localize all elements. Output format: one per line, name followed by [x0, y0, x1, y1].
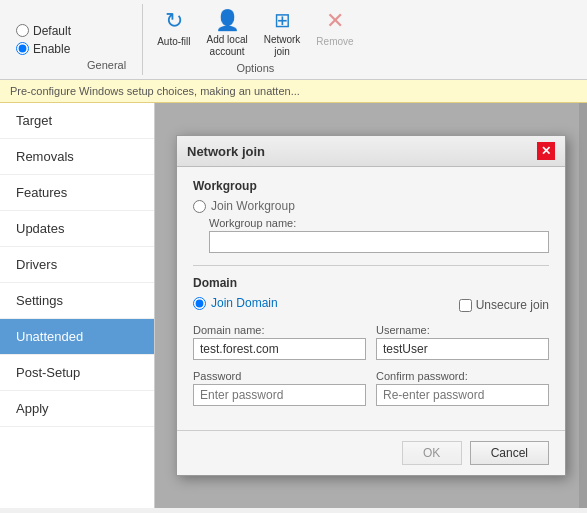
workgroup-name-section: Workgroup name:	[193, 217, 549, 253]
modal-titlebar: Network join ✕	[177, 136, 565, 167]
radio-default-input[interactable]	[16, 24, 29, 37]
username-label: Username:	[376, 324, 549, 336]
join-domain-label: Join Domain	[211, 296, 278, 310]
workgroup-section: Workgroup Join Workgroup Workgroup name:	[193, 179, 549, 253]
unsecure-join-label: Unsecure join	[476, 298, 549, 312]
domain-header-row: Domain	[193, 276, 549, 296]
unsecure-join-checkbox-option[interactable]: Unsecure join	[459, 298, 549, 312]
general-section: Default Enable General	[0, 4, 143, 75]
dialog-close-button[interactable]: ✕	[537, 142, 555, 160]
options-label: Options	[151, 62, 359, 77]
workgroup-section-header: Workgroup	[193, 179, 549, 193]
confirm-password-input[interactable]	[376, 384, 549, 406]
sidebar-item-apply[interactable]: Apply	[0, 391, 154, 427]
sidebar-item-settings[interactable]: Settings	[0, 283, 154, 319]
radio-default[interactable]: Default	[16, 24, 71, 38]
notification-bar: Pre-configure Windows setup choices, mak…	[0, 80, 587, 103]
radio-default-label: Default	[33, 24, 71, 38]
dialog-body: Workgroup Join Workgroup Workgroup name:	[177, 167, 565, 430]
dialog-title: Network join	[187, 144, 265, 159]
username-input[interactable]	[376, 338, 549, 360]
workgroup-name-input[interactable]	[209, 231, 549, 253]
radio-enable-input[interactable]	[16, 42, 29, 55]
password-col: Password	[193, 366, 366, 406]
domain-name-label: Domain name:	[193, 324, 366, 336]
join-workgroup-radio-input[interactable]	[193, 200, 206, 213]
radio-enable[interactable]: Enable	[16, 42, 71, 56]
workgroup-name-label: Workgroup name:	[209, 217, 549, 229]
network-join-button[interactable]: ⊞ Network join	[258, 4, 307, 62]
sidebar-item-removals[interactable]: Removals	[0, 139, 154, 175]
network-join-label: Network join	[264, 34, 301, 58]
sidebar: Target Removals Features Updates Drivers…	[0, 103, 155, 508]
password-label: Password	[193, 370, 366, 382]
ok-button[interactable]: OK	[402, 441, 462, 465]
content-area: Network join ✕ Workgroup Join Workgroup …	[155, 103, 587, 508]
section-divider	[193, 265, 549, 266]
main-layout: Target Removals Features Updates Drivers…	[0, 103, 587, 508]
sidebar-item-updates[interactable]: Updates	[0, 211, 154, 247]
unsecure-join-checkbox[interactable]	[459, 299, 472, 312]
sidebar-item-target[interactable]: Target	[0, 103, 154, 139]
domain-section-header: Domain	[193, 276, 237, 290]
options-section: ↻ Auto-fill 👤 Add local account ⊞ Networ…	[143, 4, 367, 75]
dialog-footer: OK Cancel	[177, 430, 565, 475]
domain-name-input[interactable]	[193, 338, 366, 360]
join-workgroup-label: Join Workgroup	[211, 199, 295, 213]
join-workgroup-radio[interactable]: Join Workgroup	[193, 199, 549, 213]
confirm-password-col: Confirm password:	[376, 366, 549, 406]
join-domain-radio[interactable]: Join Domain	[193, 296, 278, 310]
general-label: General	[79, 59, 134, 75]
toolbar: Default Enable General ↻ Auto-fill 👤 Add…	[0, 0, 587, 80]
confirm-password-label: Confirm password:	[376, 370, 549, 382]
network-join-dialog: Network join ✕ Workgroup Join Workgroup …	[176, 135, 566, 476]
local-account-label: Add local account	[207, 34, 248, 58]
password-input[interactable]	[193, 384, 366, 406]
options-buttons: ↻ Auto-fill 👤 Add local account ⊞ Networ…	[151, 4, 359, 62]
autofill-label: Auto-fill	[157, 36, 190, 48]
network-join-icon: ⊞	[274, 8, 291, 32]
local-account-icon: 👤	[215, 8, 240, 32]
sidebar-item-unattended[interactable]: Unattended	[0, 319, 154, 355]
domain-username-row: Domain name: Username:	[193, 320, 549, 360]
domain-section: Domain Join Domain Unsecure join	[193, 276, 549, 406]
remove-label: Remove	[316, 36, 353, 48]
sidebar-item-postsetup[interactable]: Post-Setup	[0, 355, 154, 391]
local-account-button[interactable]: 👤 Add local account	[201, 4, 254, 62]
domain-name-col: Domain name:	[193, 320, 366, 360]
password-confirm-row: Password Confirm password:	[193, 366, 549, 406]
cancel-button[interactable]: Cancel	[470, 441, 549, 465]
sidebar-item-drivers[interactable]: Drivers	[0, 247, 154, 283]
autofill-button[interactable]: ↻ Auto-fill	[151, 4, 196, 52]
radio-enable-label: Enable	[33, 42, 70, 56]
modal-overlay: Network join ✕ Workgroup Join Workgroup …	[155, 103, 587, 508]
autofill-icon: ↻	[165, 8, 183, 34]
join-domain-radio-input[interactable]	[193, 297, 206, 310]
username-col: Username:	[376, 320, 549, 360]
remove-button[interactable]: ✕ Remove	[310, 4, 359, 52]
remove-icon: ✕	[326, 8, 344, 34]
notification-text: Pre-configure Windows setup choices, mak…	[10, 85, 300, 97]
sidebar-item-features[interactable]: Features	[0, 175, 154, 211]
general-radio-group: Default Enable	[8, 4, 79, 75]
